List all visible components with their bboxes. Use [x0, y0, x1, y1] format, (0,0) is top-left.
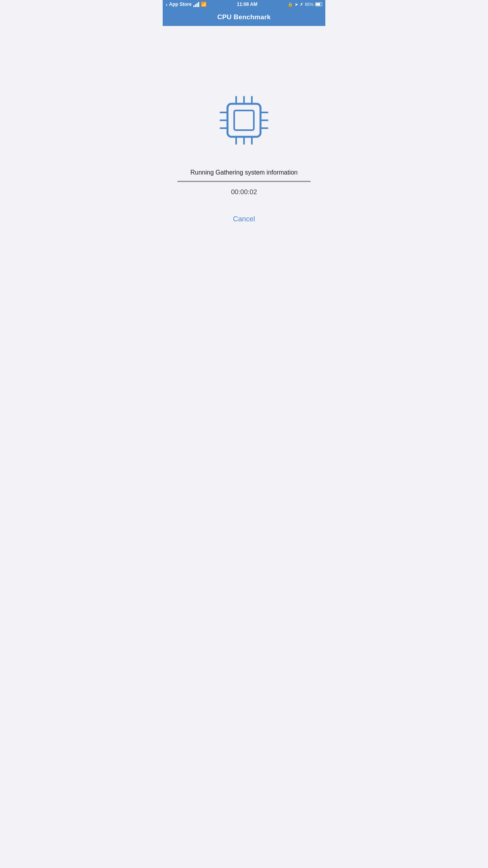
- main-content: Running Gathering system information 00:…: [163, 26, 325, 289]
- lock-icon: 🔒: [288, 2, 293, 7]
- wifi-icon: 📶: [201, 2, 207, 7]
- signal-bars-icon: [193, 2, 199, 7]
- location-icon: ➤: [295, 2, 298, 7]
- bluetooth-icon: ✗: [300, 2, 303, 7]
- svg-rect-1: [234, 110, 254, 130]
- status-left: ‹ App Store 📶: [166, 2, 207, 7]
- cancel-button[interactable]: Cancel: [225, 212, 263, 226]
- status-text: Running Gathering system information: [190, 169, 297, 176]
- status-right: 🔒 ➤ ✗ 85%: [288, 2, 322, 7]
- battery-icon: [315, 2, 322, 6]
- battery-percent: 85%: [305, 2, 314, 7]
- back-arrow-icon: ‹: [166, 2, 167, 7]
- timer-text: 00:00:02: [231, 188, 257, 196]
- progress-bar: [177, 181, 311, 182]
- progress-bar-fill: [177, 181, 311, 182]
- status-time: 11:08 AM: [237, 2, 257, 7]
- svg-rect-0: [227, 104, 261, 137]
- cpu-icon: [213, 89, 275, 153]
- nav-bar: CPU Benchmark: [163, 9, 325, 26]
- carrier-label: App Store: [169, 2, 191, 7]
- nav-title: CPU Benchmark: [217, 13, 271, 21]
- status-bar: ‹ App Store 📶 11:08 AM 🔒 ➤ ✗ 85%: [163, 0, 325, 9]
